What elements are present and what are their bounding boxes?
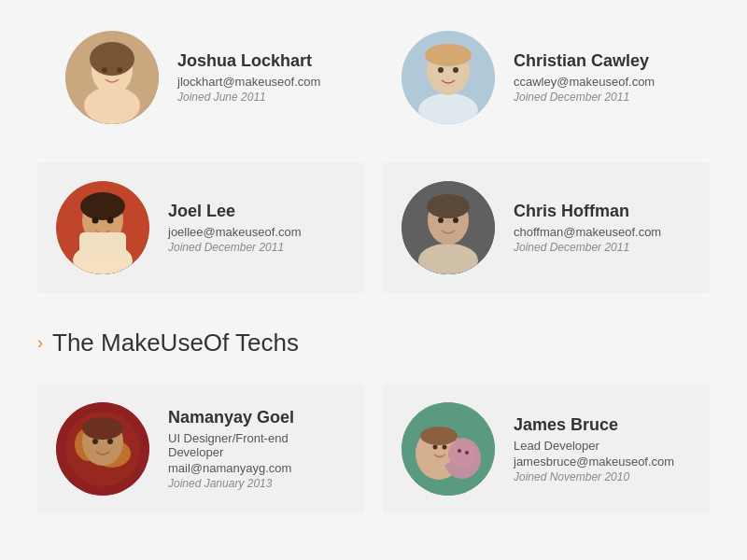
svg-point-40 [420, 427, 458, 445]
svg-rect-19 [79, 232, 126, 256]
card-info-joshua: Joshua Lockhart jlockhart@makeuseof.com … [177, 51, 320, 104]
name-james: James Bruce [514, 415, 674, 435]
svg-point-16 [80, 192, 125, 220]
card-namanyay: Namanyay Goel UI Designer/Front-end Deve… [37, 384, 364, 514]
svg-point-23 [427, 194, 470, 218]
avatar-joel [56, 181, 149, 274]
svg-point-6 [117, 67, 122, 73]
techs-section: Namanyay Goel UI Designer/Front-end Deve… [0, 367, 747, 531]
card-james: James Bruce Lead Developer jamesbruce@ma… [383, 384, 710, 514]
svg-point-11 [438, 67, 444, 73]
name-christian: Christian Cawley [514, 51, 655, 71]
card-info-chris: Chris Hoffman choffman@makeuseof.com Joi… [514, 202, 661, 254]
svg-point-18 [107, 217, 114, 224]
joined-chris: Joined December 2011 [514, 241, 661, 254]
svg-point-5 [102, 67, 107, 73]
avatar-namanyay [56, 402, 149, 496]
svg-point-43 [465, 451, 469, 455]
avatar-christian [402, 31, 495, 124]
card-christian: Christian Cawley ccawley@makeuseof.com J… [383, 17, 700, 138]
card-info-joel: Joel Lee joellee@makeuseof.com Joined De… [168, 202, 302, 254]
card-joshua: Joshua Lockhart jlockhart@makeuseof.com … [47, 17, 364, 138]
svg-point-38 [433, 445, 438, 450]
writers-top-section: Joshua Lockhart jlockhart@makeuseof.com … [0, 0, 747, 146]
techs-section-title: The MakeUseOf Techs [52, 329, 299, 357]
email-namanyay: mail@namanyayg.com [168, 461, 345, 475]
svg-point-25 [453, 217, 458, 223]
email-christian: ccawley@makeuseof.com [514, 75, 655, 89]
svg-point-41 [448, 440, 476, 468]
card-chris: Chris Hoffman choffman@makeuseof.com Joi… [383, 162, 710, 293]
svg-point-39 [443, 445, 447, 450]
svg-point-17 [92, 217, 99, 224]
page-wrapper: Joshua Lockhart jlockhart@makeuseof.com … [0, 0, 747, 560]
role-james: Lead Developer [514, 439, 674, 453]
joined-namanyay: Joined January 2013 [168, 477, 345, 490]
name-joshua: Joshua Lockhart [177, 51, 320, 71]
joined-christian: Joined December 2011 [514, 91, 655, 104]
svg-point-12 [453, 67, 458, 73]
techs-section-header: › The MakeUseOf Techs [0, 310, 747, 367]
avatar-james [402, 402, 495, 496]
svg-point-42 [458, 449, 461, 453]
writers-second-row: Joel Lee joellee@makeuseof.com Joined De… [28, 155, 719, 301]
name-namanyay: Namanyay Goel [168, 408, 345, 427]
card-info-namanyay: Namanyay Goel UI Designer/Front-end Deve… [168, 408, 345, 490]
name-joel: Joel Lee [168, 202, 302, 221]
name-chris: Chris Hoffman [514, 202, 661, 221]
card-info-james: James Bruce Lead Developer jamesbruce@ma… [514, 415, 674, 483]
svg-point-32 [107, 439, 113, 444]
card-joel: Joel Lee joellee@makeuseof.com Joined De… [37, 162, 364, 293]
email-james: jamesbruce@makeuseof.com [514, 455, 674, 469]
svg-point-24 [438, 217, 444, 223]
joined-joel: Joined December 2011 [168, 241, 302, 254]
email-chris: choffman@makeuseof.com [514, 225, 661, 239]
joined-james: Joined November 2010 [514, 470, 674, 483]
card-info-christian: Christian Cawley ccawley@makeuseof.com J… [514, 51, 655, 104]
svg-point-4 [90, 42, 134, 76]
svg-point-33 [82, 417, 123, 440]
role-namanyay: UI Designer/Front-end Developer [168, 431, 345, 459]
techs-row: Namanyay Goel UI Designer/Front-end Deve… [28, 376, 719, 522]
writers-top-row: Joshua Lockhart jlockhart@makeuseof.com … [37, 9, 710, 146]
writers-second-section: Joel Lee joellee@makeuseof.com Joined De… [0, 146, 747, 310]
joined-joshua: Joined June 2011 [177, 91, 320, 104]
avatar-joshua [65, 31, 159, 124]
chevron-icon: › [37, 333, 43, 353]
email-joel: joellee@makeuseof.com [168, 225, 302, 239]
avatar-chris [402, 181, 495, 274]
email-joshua: jlockhart@makeuseof.com [177, 75, 320, 89]
svg-point-10 [425, 44, 472, 66]
svg-point-31 [92, 439, 98, 444]
